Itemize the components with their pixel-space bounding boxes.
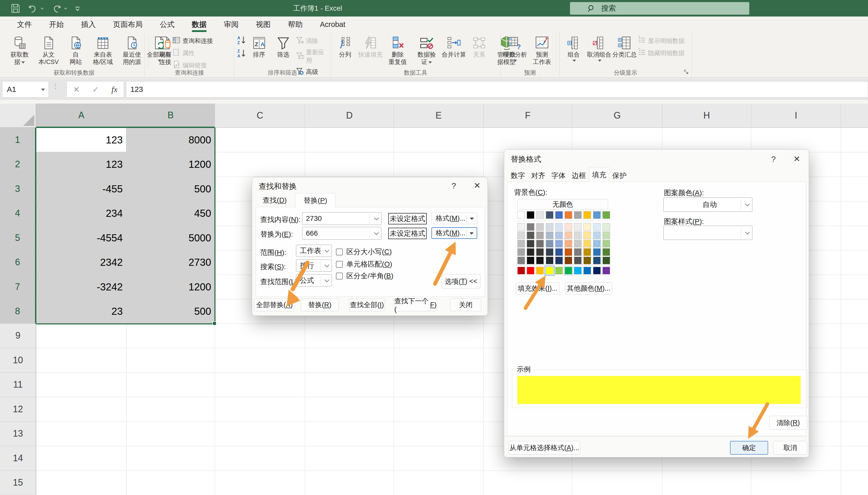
tint-color-swatch[interactable] (517, 257, 525, 264)
pattern-color-combobox[interactable]: 自动 (664, 198, 752, 212)
find-all-button[interactable]: 查找全部(I) (349, 298, 385, 311)
chevron-down-icon[interactable] (745, 202, 750, 206)
row-header-7[interactable]: 7 (0, 275, 36, 299)
replace-format-button[interactable]: 格式(M)... (431, 227, 477, 239)
tint-color-swatch[interactable] (555, 232, 563, 239)
standard-color-swatch[interactable] (564, 267, 572, 274)
menu-tab-公式[interactable]: 公式 (151, 17, 183, 33)
tint-color-swatch[interactable] (593, 248, 601, 256)
tint-color-swatch[interactable] (584, 223, 591, 231)
text-csv-button[interactable]: 从文 本/CSV (35, 35, 63, 66)
row-header-1[interactable]: 1 (0, 128, 36, 152)
close-icon[interactable]: ✕ (472, 181, 483, 190)
redo-button[interactable] (51, 3, 68, 14)
checkbox-row[interactable]: 单元格匹配(O) (336, 259, 392, 269)
menu-tab-Acrobat[interactable]: Acrobat (311, 17, 354, 33)
what-if-button[interactable]: ?模拟分析 (503, 35, 527, 63)
standard-color-swatch[interactable] (603, 267, 610, 274)
row-header-2[interactable]: 2 (0, 152, 36, 176)
dialog-tab-number[interactable]: 数字 (508, 169, 528, 182)
save-icon[interactable] (10, 3, 21, 14)
tint-color-swatch[interactable] (555, 257, 563, 264)
theme-color-swatch[interactable] (517, 211, 525, 219)
find-what-combobox[interactable]: 2730 (302, 212, 381, 225)
dialog-tab-font[interactable]: 字体 (548, 169, 569, 182)
consolidate-button[interactable]: 合并计算 (442, 35, 466, 58)
tint-color-swatch[interactable] (593, 223, 601, 231)
help-icon[interactable]: ? (448, 181, 459, 191)
dialog-tab-replace[interactable]: 替换(P) (295, 193, 335, 207)
column-header-A[interactable]: A (36, 104, 126, 128)
tint-color-swatch[interactable] (584, 257, 591, 264)
tint-color-swatch[interactable] (517, 248, 525, 256)
checkbox-icon[interactable] (336, 249, 343, 255)
remove-duplicates-button[interactable]: 删除 重复值 (384, 35, 412, 66)
look-in-combobox[interactable]: 公式 (296, 274, 332, 287)
find-format-button[interactable]: 格式(M)... (431, 212, 477, 224)
clear-filter-button[interactable]: 清除 (296, 36, 329, 46)
chevron-down-icon[interactable] (325, 248, 329, 252)
close-icon[interactable]: ✕ (791, 154, 802, 164)
tint-color-swatch[interactable] (555, 248, 563, 256)
menu-tab-插入[interactable]: 插入 (72, 17, 104, 33)
clear-button[interactable]: 清除(R) (769, 416, 807, 430)
insert-function-icon[interactable]: fx (112, 85, 117, 94)
standard-color-swatch[interactable] (555, 267, 563, 274)
enter-icon[interactable]: ✓ (92, 85, 99, 94)
menu-tab-帮助[interactable]: 帮助 (279, 17, 311, 33)
close-button[interactable]: 关闭 (450, 298, 481, 311)
pattern-style-combobox[interactable] (664, 226, 752, 240)
tint-color-swatch[interactable] (564, 257, 572, 264)
column-header-G[interactable]: G (572, 104, 662, 128)
select-all-corner[interactable] (0, 104, 36, 128)
reapply-filter-button[interactable]: 重新应用 (296, 48, 329, 65)
tint-color-swatch[interactable] (517, 232, 525, 239)
tint-color-swatch[interactable] (536, 257, 544, 264)
flash-fill-button[interactable]: 快速填充 (358, 35, 383, 58)
menu-tab-文件[interactable]: 文件 (9, 17, 40, 33)
tint-color-swatch[interactable] (536, 223, 544, 231)
row-header-14[interactable]: 14 (0, 446, 36, 471)
data-validation-button[interactable]: 数据验 证 (413, 35, 441, 66)
replace-button[interactable]: 替换(R) (301, 298, 339, 311)
column-header-H[interactable]: H (662, 104, 751, 128)
tint-color-swatch[interactable] (546, 232, 553, 239)
theme-color-swatch[interactable] (555, 211, 563, 219)
chevron-down-icon[interactable] (374, 230, 379, 235)
fill-handle[interactable] (212, 321, 216, 325)
row-header-5[interactable]: 5 (0, 226, 36, 250)
theme-color-swatch[interactable] (574, 211, 582, 219)
theme-color-swatch[interactable] (527, 211, 534, 219)
theme-color-swatch[interactable] (593, 211, 601, 219)
table-range-button[interactable]: 来自表 格/区域 (89, 35, 117, 66)
forecast-sheet-button[interactable]: 预测 工作表 (528, 35, 556, 66)
row-header-4[interactable]: 4 (0, 201, 36, 225)
tint-color-swatch[interactable] (603, 257, 610, 264)
column-header-E[interactable]: E (394, 104, 483, 128)
checkbox-row[interactable]: 区分大小写(C) (336, 247, 392, 257)
tint-color-swatch[interactable] (593, 257, 601, 264)
recent-sources-button[interactable]: 最近使 用的源 (118, 35, 146, 66)
tint-color-swatch[interactable] (536, 240, 544, 248)
sort-za-button[interactable]: ZA (236, 48, 246, 59)
undo-button[interactable] (28, 3, 44, 14)
row-header-12[interactable]: 12 (0, 397, 36, 421)
fill-effects-button[interactable]: 填充效果(I)... (516, 282, 559, 294)
column-header-F[interactable]: F (483, 104, 572, 128)
tint-color-swatch[interactable] (574, 257, 582, 264)
row-header-8[interactable]: 8 (0, 299, 36, 323)
no-color-button[interactable]: 无颜色 (517, 199, 608, 210)
scope-combobox[interactable]: 工作表 (296, 245, 332, 257)
tint-color-swatch[interactable] (546, 223, 553, 231)
queries-connections-button[interactable]: 查询和连接 (172, 36, 213, 46)
tint-color-swatch[interactable] (555, 240, 563, 248)
menu-tab-审阅[interactable]: 审阅 (215, 17, 247, 33)
customize-toolbar-button[interactable] (74, 5, 81, 12)
tint-color-swatch[interactable] (574, 232, 582, 239)
tint-color-swatch[interactable] (527, 248, 534, 256)
standard-color-swatch[interactable] (536, 267, 544, 274)
theme-color-swatch[interactable] (603, 211, 610, 219)
menu-tab-视图[interactable]: 视图 (247, 17, 279, 33)
checkbox-icon[interactable] (336, 261, 343, 268)
tint-color-swatch[interactable] (584, 248, 591, 256)
